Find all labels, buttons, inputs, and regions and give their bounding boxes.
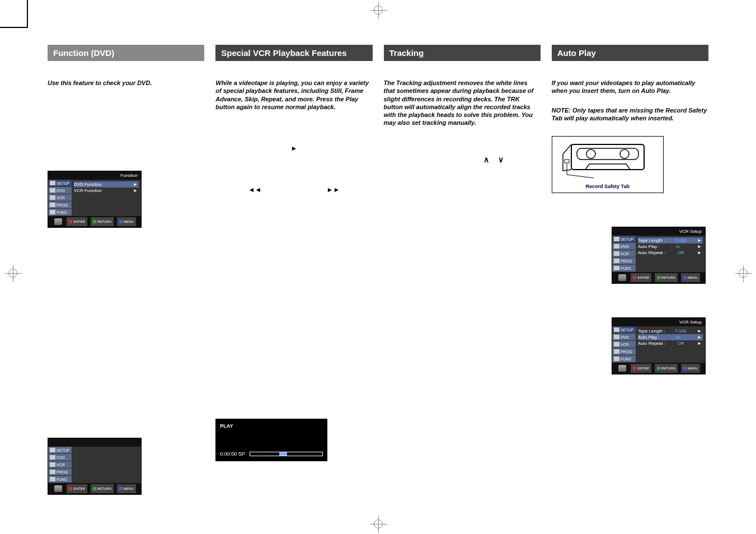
progress-bar [250,452,323,456]
osd-enter-hint: ENTER [67,484,87,493]
osd-tab-dvd: DVD [48,187,72,194]
osd-tab-vcr: VCR [612,341,636,348]
up-icon [483,155,492,164]
right-arrow-icon: ► [132,182,139,187]
right-arrow-icon: ► [696,335,703,340]
osd-title: Function [48,171,141,180]
remote-icon [54,218,62,225]
note-text: NOTE: Only tapes that are missing the Re… [552,106,708,123]
right-arrow-icon: ► [696,250,703,255]
intro-text: Use this feature to check your DVD. [48,79,204,87]
tape-icon [614,251,619,256]
gear-icon [50,448,55,452]
osd-menu-hint: MENU [681,364,700,373]
right-arrow-icon: ► [696,238,703,243]
cassette-caption: Record Safety Tab [556,184,660,189]
section-header: Function (DVD) [48,45,204,61]
right-arrow-icon: ► [696,341,703,346]
osd-tab-prog: PROG [612,257,636,265]
page-body: Function (DVD) Use this feature to check… [48,45,708,506]
clock-icon [614,259,619,263]
rewind-icon [248,186,261,194]
remote-icon [618,274,626,281]
remote-icon [618,365,626,372]
gear-icon [50,181,55,185]
osd-tab-dvd: DVD [612,334,636,341]
registration-mark-icon [8,269,17,278]
osd-row: Auto Repeat :Off► [638,340,703,346]
column-function-dvd: Function (DVD) Use this feature to check… [48,45,204,506]
osd-tab-prog: PROG [48,202,72,209]
osd-tab-func: FUNC [48,209,72,216]
osd-enter-hint: ENTER [631,364,651,373]
gear-icon [614,327,619,332]
osd-tab-dvd: DVD [48,454,72,461]
osd-tab-func: FUNC [48,476,72,483]
sliders-icon [50,210,55,214]
disc-icon [50,455,55,460]
crop-mark [27,0,28,28]
right-arrow-icon: ► [696,244,703,249]
play-label: PLAY [220,423,323,429]
section-header: Auto Play [552,45,708,61]
clock-icon [50,470,55,474]
tape-icon [50,462,55,467]
osd-title: VCR Setup [612,227,705,236]
osd-play-indicator: PLAY 0:00:00 SP [215,419,327,461]
clock-icon [614,349,619,354]
cassette-icon [560,140,655,179]
osd-menu-hint: MENU [117,217,136,226]
section-header: Tracking [384,45,541,61]
registration-mark-icon [374,6,383,15]
osd-row: Tape Length :T-120► [638,237,703,243]
osd-footer: ENTER RETURN MENU [612,272,705,283]
disc-icon [614,244,619,249]
play-time: 0:00:00 SP [220,451,245,457]
sliders-icon [614,266,619,270]
osd-tab-prog: PROG [48,469,72,476]
osd-return-hint: RETURN [655,273,678,282]
cassette-diagram: Record Safety Tab [552,136,664,193]
osd-footer: ENTER RETURN MENU [612,363,705,374]
tape-icon [614,342,619,346]
disc-icon [50,188,55,193]
osd-tab-vcr: VCR [612,250,636,257]
down-icon [498,155,507,164]
tape-icon [50,195,55,200]
fast-forward-icon [327,186,340,194]
gear-icon [614,237,619,241]
right-arrow-icon: ► [132,188,139,193]
osd-row: Auto Play :O► [638,334,703,340]
clock-icon [50,203,55,207]
osd-tab-vcr: VCR [48,194,72,202]
registration-mark-icon [739,269,748,278]
osd-tab-setup: SETUP [612,236,636,243]
section-header: Special VCR Playback Features [215,45,372,61]
progress-position-icon [279,452,287,456]
intro-text: If you want your videotapes to play auto… [552,79,708,95]
osd-tab-setup: SETUP [612,326,636,334]
osd-enter-hint: ENTER [67,217,87,226]
osd-title [48,438,141,447]
osd-tab-func: FUNC [612,355,636,363]
sliders-icon [614,357,619,361]
svg-rect-4 [565,160,569,163]
osd-tab-prog: PROG [612,348,636,355]
osd-vcr-setup-1: VCR Setup SETUP DVD VCR PROG FUNC Tape L… [612,227,706,284]
osd-enter-hint: ENTER [631,273,651,282]
svg-point-3 [620,149,629,158]
osd-row: Auto Repeat :Off► [638,250,703,256]
sliders-icon [50,477,55,481]
osd-title: VCR Setup [612,318,705,326]
osd-row: Tape Length :T-120► [638,328,703,334]
osd-footer: ENTER RETURN MENU [48,216,141,227]
right-arrow-icon: ► [696,329,703,334]
osd-function-menu: Function SETUP DVD VCR PROG FUNC DVD Fun… [48,171,142,228]
intro-text: While a videotape is playing, you can en… [215,79,372,111]
svg-point-2 [586,149,595,158]
osd-return-hint: RETURN [655,364,678,373]
intro-text: The Tracking adjustment removes the whit… [384,79,541,127]
osd-row: DVD Function► [74,181,139,188]
remote-icon [54,485,62,492]
osd-tab-dvd: DVD [612,243,636,250]
